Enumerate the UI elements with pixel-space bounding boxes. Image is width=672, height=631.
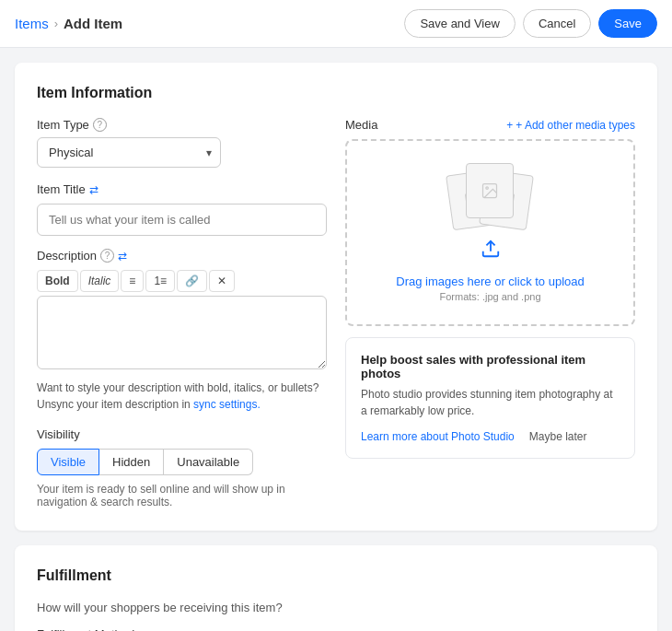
top-bar: Items › Add Item Save and View Cancel Sa… xyxy=(0,0,672,48)
upload-formats: Formats: .jpg and .png xyxy=(439,291,540,302)
photo-stack xyxy=(449,163,532,228)
fulfillment-method-label: Fulfillment Method xyxy=(37,627,635,631)
item-type-select-wrapper: Physical Digital Service ▾ xyxy=(37,137,221,168)
cancel-button[interactable]: Cancel xyxy=(523,9,591,38)
visibility-section: Visibility Visible Hidden Unavailable Yo… xyxy=(37,427,327,508)
bullet-list-button[interactable]: ≡ xyxy=(121,270,144,292)
item-info-right: Media + + Add other media types xyxy=(345,118,635,508)
upload-icon xyxy=(481,239,501,263)
description-help-icon[interactable]: ? xyxy=(100,249,114,263)
item-title-sync-icon[interactable]: ⇄ xyxy=(89,183,98,196)
media-label: Media xyxy=(345,118,377,132)
breadcrumb-items-link[interactable]: Items xyxy=(15,16,49,31)
page-title: Add Item xyxy=(64,16,122,31)
fulfillment-title: Fulfillment xyxy=(37,567,635,584)
visibility-hint: Your item is ready to sell online and wi… xyxy=(37,483,327,508)
italic-button[interactable]: Italic xyxy=(80,270,120,292)
link-button[interactable]: 🔗 xyxy=(177,270,207,292)
save-button[interactable]: Save xyxy=(598,9,657,38)
plus-icon: + xyxy=(506,119,513,132)
photo-studio-card: Help boost sales with professional item … xyxy=(345,337,635,459)
item-info-title: Item Information xyxy=(37,85,635,101)
maybe-later-link[interactable]: Maybe later xyxy=(529,430,587,443)
photo-card-center xyxy=(466,163,514,218)
media-header: Media + + Add other media types xyxy=(345,118,635,132)
item-information-card: Item Information Item Type ? Physical Di… xyxy=(15,63,657,531)
description-toolbar: Bold Italic ≡ 1≡ 🔗 ✕ xyxy=(37,270,327,292)
item-info-left: Item Type ? Physical Digital Service ▾ I… xyxy=(37,118,327,508)
item-type-select[interactable]: Physical Digital Service xyxy=(37,137,221,168)
description-label: Description ? ⇄ xyxy=(37,249,327,263)
breadcrumb: Items › Add Item xyxy=(15,16,122,31)
item-info-grid: Item Type ? Physical Digital Service ▾ I… xyxy=(37,118,635,508)
visibility-unavailable-button[interactable]: Unavailable xyxy=(164,449,253,475)
top-actions: Save and View Cancel Save xyxy=(404,9,657,38)
learn-more-photo-studio-link[interactable]: Learn more about Photo Studio xyxy=(361,430,515,443)
upload-area[interactable]: Drag images here or click to upload Form… xyxy=(345,139,635,326)
photo-studio-description: Photo studio provides stunning item phot… xyxy=(361,386,620,419)
visibility-visible-button[interactable]: Visible xyxy=(37,449,99,475)
breadcrumb-separator: › xyxy=(54,17,58,30)
visibility-hidden-button[interactable]: Hidden xyxy=(99,449,164,475)
description-textarea[interactable] xyxy=(37,296,327,369)
fulfillment-card: Fulfillment How will your shoppers be re… xyxy=(15,545,657,631)
add-media-types-link[interactable]: + + Add other media types xyxy=(506,119,635,132)
item-title-label: Item Title ⇄ xyxy=(37,182,327,196)
photo-studio-title: Help boost sales with professional item … xyxy=(361,353,620,380)
sync-settings-link[interactable]: sync settings. xyxy=(193,398,261,411)
clear-format-button[interactable]: ✕ xyxy=(209,270,235,292)
save-and-view-button[interactable]: Save and View xyxy=(404,9,516,38)
description-sync-icon[interactable]: ⇄ xyxy=(118,250,127,263)
description-hint: Want to style your description with bold… xyxy=(37,380,327,413)
item-type-help-icon[interactable]: ? xyxy=(93,118,107,132)
svg-point-3 xyxy=(485,187,488,190)
photo-studio-actions: Learn more about Photo Studio Maybe late… xyxy=(361,430,620,443)
fulfillment-description: How will your shoppers be receiving this… xyxy=(37,601,635,614)
bold-button[interactable]: Bold xyxy=(37,270,78,292)
numbered-list-button[interactable]: 1≡ xyxy=(145,270,175,292)
main-content: Item Information Item Type ? Physical Di… xyxy=(0,48,672,631)
item-type-label: Item Type ? xyxy=(37,118,327,132)
visibility-buttons: Visible Hidden Unavailable xyxy=(37,449,327,475)
visibility-label: Visibility xyxy=(37,427,327,441)
item-title-input[interactable] xyxy=(37,204,327,236)
upload-text: Drag images here or click to upload xyxy=(396,275,585,288)
